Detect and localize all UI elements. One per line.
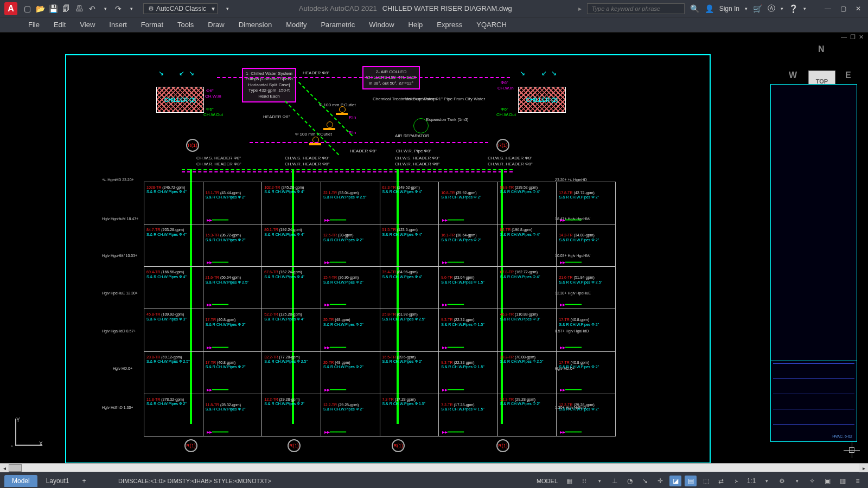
viewcube-west[interactable]: W <box>789 70 797 80</box>
riser-marker: R(1) <box>496 439 509 452</box>
status-model-label[interactable]: MODEL <box>537 478 558 484</box>
doc-restore-icon[interactable]: ❐ <box>850 34 856 41</box>
viewcube-east[interactable]: E <box>845 70 851 80</box>
app-store-icon[interactable]: Ⓐ <box>768 4 775 14</box>
menu-insert[interactable]: Insert <box>103 18 133 31</box>
help-drop-icon[interactable]: ▾ <box>803 6 806 11</box>
scroll-left-icon[interactable]: ◂ <box>0 464 9 472</box>
otrack-icon[interactable]: ◪ <box>669 476 681 486</box>
pump-info-box: 1- Chilled Water System Pumps [Constant … <box>242 68 296 102</box>
riser-cell: 16.1-TR (38.64-gpm)S.& R CH.W.Pipes Φ 2"… <box>439 224 498 267</box>
menu-view[interactable]: View <box>73 18 101 31</box>
print-icon[interactable]: 🖶 <box>74 3 85 14</box>
scale-drop-icon[interactable]: ▾ <box>761 476 773 486</box>
riser-cell: 15.4-TR (36.96-gpm)S.& R CH.W.Pipes Φ 2"… <box>321 267 380 309</box>
menu-tools[interactable]: Tools <box>171 18 200 31</box>
scale-label[interactable]: 1:1 <box>745 476 757 486</box>
phi6-label: Φ6" <box>206 88 214 93</box>
isolate-icon[interactable]: ✧ <box>806 476 818 486</box>
menu-file[interactable]: File <box>22 18 46 31</box>
lineweight-icon[interactable]: ▤ <box>685 476 697 486</box>
elevation-label: Hglv HdfmD 1.30+ <box>102 406 133 409</box>
riser-cell: 18.1-TR (43.44-gpm)S.& R CH.W.Pipes Φ 2"… <box>203 182 262 224</box>
undo-drop-icon[interactable]: ▾ <box>100 3 111 14</box>
menu-window[interactable]: Window <box>362 18 400 31</box>
isodraft-icon[interactable]: ↘ <box>639 476 651 486</box>
search-icon[interactable]: 🔍 <box>690 4 699 13</box>
chws-header-label: CH.W.S. HEADER Φ8" <box>488 156 532 160</box>
scroll-right-icon[interactable]: ▸ <box>859 464 868 472</box>
menu-parametric[interactable]: Parametric <box>314 18 361 31</box>
save-icon[interactable]: 💾 <box>48 3 59 14</box>
chwr-header-line <box>217 77 510 78</box>
riser-cell: 12.2-TR (29.28-gpm)S.& R CH.W.Pipes Φ 2" <box>497 394 557 436</box>
undo-icon[interactable]: ↶ <box>87 3 98 14</box>
workspace-selector[interactable]: ⚙AutoCAD Classic <box>143 3 218 14</box>
hardware-accel-icon[interactable]: ▣ <box>821 476 833 486</box>
riser-cell: 17.8-TR (42.72-gpm)S.& R CH.W.Pipes Φ 2"… <box>557 182 616 224</box>
minimize-icon[interactable]: — <box>822 5 833 12</box>
help-icon[interactable]: ❔ <box>789 4 798 13</box>
snap-mode-icon[interactable]: ⁝⁝ <box>578 476 590 486</box>
signin-link[interactable]: Sign In <box>719 5 739 12</box>
maximize-icon[interactable]: ▢ <box>838 5 848 12</box>
saveas-icon[interactable]: 🗐 <box>61 3 72 14</box>
menu-format[interactable]: Format <box>135 18 170 31</box>
pump-icon <box>336 106 349 115</box>
pump-icon <box>323 121 336 130</box>
new-icon[interactable]: ▢ <box>22 3 33 14</box>
chwr-header-label: CH.W.R. HEADER Φ8" <box>196 162 241 166</box>
riser-cell: 52.2-TR (125.28-gpm)S.& R CH.W.Pipes Φ 4… <box>262 309 321 351</box>
scroll-thumb[interactable] <box>9 464 22 472</box>
osnap-icon[interactable]: ✛ <box>654 476 666 486</box>
transparency-icon[interactable]: ⬚ <box>700 476 712 486</box>
signin-drop-icon[interactable]: ▾ <box>745 6 748 11</box>
clean-screen-icon[interactable]: ▥ <box>837 476 848 486</box>
viewcube-north[interactable]: N <box>818 44 825 54</box>
doc-window-controls: — ❐ ✕ <box>841 34 864 41</box>
workspace-drop-icon[interactable]: ▾ <box>222 3 233 14</box>
horizontal-scrollbar[interactable]: ◂ ▸ <box>0 463 868 472</box>
menu-bar: File Edit View Insert Format Tools Draw … <box>0 17 868 33</box>
menu-yqarch[interactable]: YQARCH <box>470 18 513 31</box>
chwr-header-label: CH.W.R. HEADER Φ8" <box>488 162 533 166</box>
app-logo-icon[interactable]: A <box>4 2 17 15</box>
menu-draw[interactable]: Draw <box>201 18 231 31</box>
chwout-label: CH.W.Out <box>496 112 516 117</box>
redo-drop-icon[interactable]: ▾ <box>126 3 137 14</box>
menu-modify[interactable]: Modify <box>279 18 313 31</box>
drawing-canvas[interactable]: — ❐ ✕ CHILLER (2) CHILLER (2) ↘ ↙ ↘ ↘ ↙ … <box>0 33 868 472</box>
doc-minimize-icon[interactable]: — <box>841 34 847 41</box>
doc-close-icon[interactable]: ✕ <box>859 34 864 41</box>
search-input[interactable] <box>587 3 685 14</box>
dyn-input-icon[interactable]: ᚛ <box>730 476 742 486</box>
window-title: Autodesk AutoCAD 2021CHILLED WATER RISER… <box>233 4 578 12</box>
header-8-label: HEADER Φ8" <box>263 114 290 119</box>
close-icon[interactable]: ✕ <box>853 5 864 12</box>
customize-icon[interactable]: ≡ <box>852 476 864 486</box>
menu-help[interactable]: Help <box>402 18 430 31</box>
menu-dimension[interactable]: Dimension <box>232 18 278 31</box>
menu-edit[interactable]: Edit <box>47 18 72 31</box>
gear-icon[interactable]: ⚙ <box>776 476 788 486</box>
tab-model[interactable]: Model <box>4 475 37 487</box>
snap-drop-icon[interactable]: ▾ <box>593 476 605 486</box>
arrow-icon: ↘ <box>551 69 557 77</box>
menu-express[interactable]: Express <box>430 18 469 31</box>
tab-add[interactable]: + <box>78 475 90 487</box>
title-bar: A ▢ 📂 💾 🗐 🖶 ↶ ▾ ↷ ▾ ⚙AutoCAD Classic ▾ A… <box>0 0 868 17</box>
polar-icon[interactable]: ◔ <box>624 476 636 486</box>
redo-icon[interactable]: ↷ <box>113 3 124 14</box>
grid-display-icon[interactable]: ▦ <box>563 476 575 486</box>
riser-cell: 102.2-TR (245.28-gpm)S.& R CH.W.Pipes Φ … <box>262 182 321 224</box>
ortho-icon[interactable]: ⊥ <box>609 476 621 486</box>
app-store-drop-icon[interactable]: ▾ <box>781 6 783 11</box>
cart-icon[interactable]: 🛒 <box>753 4 762 13</box>
tab-layout1[interactable]: Layout1 <box>39 475 77 487</box>
gear-drop-icon[interactable]: ▾ <box>791 476 803 486</box>
title-block-panel: HVAC. 6-02 <box>770 84 857 442</box>
phi6-label: Φ6" <box>501 80 508 85</box>
user-icon[interactable]: 👤 <box>705 4 714 13</box>
open-icon[interactable]: 📂 <box>35 3 46 14</box>
cycling-icon[interactable]: ⇄ <box>715 476 727 486</box>
